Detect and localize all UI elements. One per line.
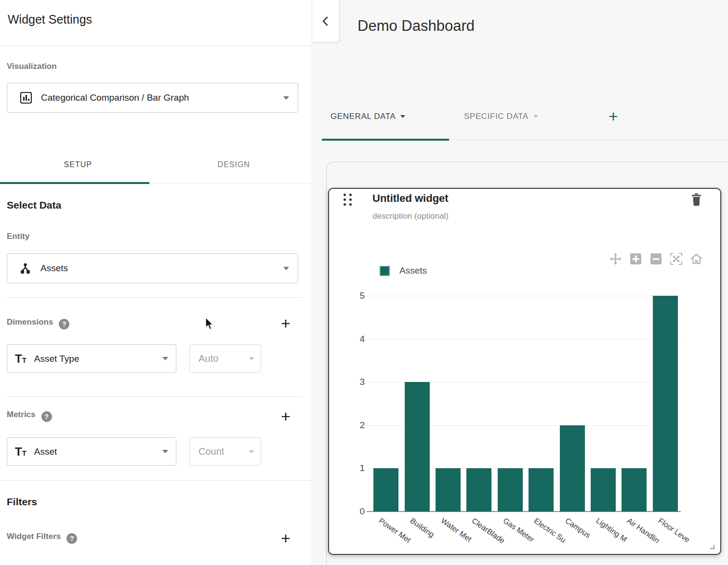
mouse-cursor [205,317,215,331]
bar-Building [405,382,430,512]
chevron-down-icon [283,96,289,100]
help-icon[interactable]: ? [66,533,77,544]
metrics-label: Metrics? [7,410,52,422]
y-axis-tick-label: 1 [350,463,365,473]
panel-title: Widget Settings [8,13,92,26]
add-widget-filter-button[interactable]: + [278,531,294,547]
y-axis-tick-label: 2 [350,420,365,431]
metrics-label-text: Metrics [7,410,36,419]
chevron-down-icon [283,267,289,270]
visualization-label: Visualization [7,62,57,71]
visualization-value: Categorical Comparison / Bar Graph [41,92,189,103]
legend-label: Assets [399,265,427,276]
filters-heading: Filters [7,496,37,508]
tabs-bottom-border [449,140,728,140]
hierarchy-icon [19,262,32,275]
resize-handle-icon[interactable] [708,543,715,549]
widget-card: Untitled widget description (optional) [328,188,721,555]
y-axis-tick-label: 0 [350,506,365,517]
bar-Power Met [373,468,398,512]
y-axis-tick-label: 3 [350,377,365,387]
add-dimension-button[interactable]: + [278,316,294,332]
x-axis-tick-label: Campus [563,516,592,540]
metric-field-select[interactable]: TT Asset [7,437,176,466]
zoom-in-tool-icon[interactable] [629,252,642,265]
bar-Floor Leve [653,296,678,512]
gridline [367,296,681,296]
bar-Air Handlin [622,468,647,512]
bar-chart-icon [20,92,32,104]
dimension-field-select[interactable]: TT Asset Type [7,344,176,373]
delete-widget-button[interactable] [691,193,702,206]
add-metric-button[interactable]: + [278,409,294,425]
y-axis-tick-label: 5 [350,290,365,301]
active-tab-underline [322,139,449,141]
bar-Campus [560,425,585,512]
entity-label: Entity [7,232,29,241]
tab-general-data-label: GENERAL DATA [331,112,396,121]
metric-field-value: Asset [34,447,57,457]
entity-select[interactable]: Assets [7,253,298,283]
x-axis-tick-label: Electric Su [532,516,568,545]
widget-filters-label-text: Widget Filters [7,532,61,541]
visualization-select[interactable]: Categorical Comparison / Bar Graph [7,83,298,113]
widget-title[interactable]: Untitled widget [372,192,449,205]
divider [0,480,312,481]
add-tab-button[interactable]: + [605,109,622,125]
gridline [367,339,681,340]
tab-specific-data-label: SPECIFIC DATA [464,112,529,121]
tab-setup[interactable]: SETUP [0,146,156,183]
tab-specific-data[interactable]: SPECIFIC DATA [464,112,538,121]
x-axis-tick-label: Air Handlin [625,516,661,545]
legend-swatch [380,266,390,276]
pan-tool-icon[interactable] [609,252,622,265]
bar-chart-plot: 012345Power MetBuildingWater MetClearBla… [371,296,681,512]
dashboard-title: Demo Dashboard [357,17,475,35]
help-icon[interactable]: ? [59,319,69,329]
app-root: Widget Settings Visualization Categorica… [0,0,728,565]
x-axis-tick-label: Water Met [439,516,473,544]
chevron-down-icon [400,115,405,118]
bar-Gas Meter [498,468,523,512]
chevron-left-icon [320,14,331,28]
metric-aggregation-value: Count [199,446,224,457]
widget-filters-label: Widget Filters? [7,532,77,544]
tab-general-data[interactable]: GENERAL DATA [331,112,405,121]
active-tab-underline [0,182,149,184]
widget-settings-panel: Widget Settings Visualization Categorica… [0,0,312,565]
tab-design[interactable]: DESIGN [156,146,312,183]
dimension-field-value: Asset Type [34,354,79,364]
dimension-bucket-value: Auto [199,353,218,364]
dimension-bucket-select[interactable]: Auto [189,344,261,373]
x-axis-tick-label: Lighting M [595,516,629,544]
x-axis-tick-label: Gas Meter [501,516,536,544]
collapse-panel-button[interactable] [312,0,339,42]
box-zoom-tool-icon[interactable] [670,252,683,265]
x-axis-tick-label: Power Met [377,516,412,545]
widget-description[interactable]: description (optional) [372,211,449,221]
chevron-down-icon [162,357,168,360]
text-fields-icon: TT [15,353,26,365]
y-axis-tick-label: 4 [350,334,365,344]
chevron-down-icon [533,115,538,118]
reset-home-tool-icon[interactable] [690,252,703,265]
bar-Electric Su [529,468,554,512]
metric-aggregation-select[interactable]: Count [189,437,261,466]
dashboard-panel: Demo Dashboard GENERAL DATA SPECIFIC DAT… [312,0,728,565]
x-axis-tick-label: Floor Leve [656,516,691,544]
setup-design-tabs: SETUP DESIGN [0,146,312,184]
x-axis-tick-label: Building [408,516,436,539]
bar-ClearBlade [466,468,491,512]
chevron-down-icon [162,450,168,453]
trash-icon [691,193,702,206]
text-fields-icon: TT [15,446,26,458]
bar-Water Met [436,468,461,512]
dimensions-label-text: Dimensions [7,317,53,327]
drag-handle-icon[interactable] [344,194,352,206]
chevron-down-icon [249,450,254,453]
chart-legend[interactable]: Assets [380,265,427,276]
x-axis-tick-label: ClearBlade [470,516,506,545]
select-data-heading: Select Data [7,199,61,211]
zoom-out-tool-icon[interactable] [649,252,662,265]
help-icon[interactable]: ? [41,411,52,422]
